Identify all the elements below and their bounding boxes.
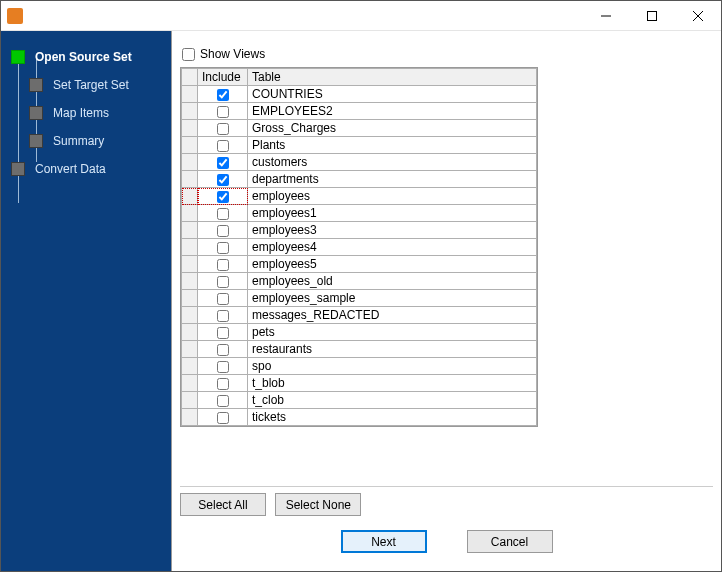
row-gutter[interactable] [182,222,198,239]
include-checkbox[interactable] [217,123,229,135]
include-checkbox[interactable] [217,412,229,424]
table-row[interactable]: messages_REDACTED [182,307,537,324]
include-checkbox[interactable] [217,89,229,101]
include-checkbox[interactable] [217,140,229,152]
table-row[interactable]: spo [182,358,537,375]
table-row[interactable]: customers [182,154,537,171]
table-row[interactable]: COUNTRIES [182,86,537,103]
row-gutter[interactable] [182,103,198,120]
include-checkbox[interactable] [217,276,229,288]
table-name-cell[interactable]: customers [248,154,537,171]
select-all-button[interactable]: Select All [180,493,266,516]
table-name-cell[interactable]: employees4 [248,239,537,256]
col-include[interactable]: Include [198,69,248,86]
table-row[interactable]: tickets [182,409,537,426]
table-name-cell[interactable]: t_blob [248,375,537,392]
include-checkbox[interactable] [217,191,229,203]
table-name-cell[interactable]: EMPLOYEES2 [248,103,537,120]
include-checkbox[interactable] [217,378,229,390]
include-cell[interactable] [198,137,248,154]
select-none-button[interactable]: Select None [275,493,361,516]
row-gutter[interactable] [182,256,198,273]
table-name-cell[interactable]: COUNTRIES [248,86,537,103]
next-button[interactable]: Next [341,530,427,553]
include-checkbox[interactable] [217,327,229,339]
wizard-step[interactable]: Map Items [1,99,171,127]
table-row[interactable]: employees_old [182,273,537,290]
include-cell[interactable] [198,120,248,137]
include-cell[interactable] [198,409,248,426]
table-row[interactable]: employees [182,188,537,205]
include-checkbox[interactable] [217,208,229,220]
include-cell[interactable] [198,392,248,409]
row-gutter[interactable] [182,86,198,103]
row-gutter[interactable] [182,375,198,392]
table-name-cell[interactable]: tickets [248,409,537,426]
maximize-button[interactable] [629,1,675,31]
table-row[interactable]: pets [182,324,537,341]
include-checkbox[interactable] [217,310,229,322]
include-cell[interactable] [198,375,248,392]
include-checkbox[interactable] [217,157,229,169]
show-views-checkbox[interactable]: Show Views [182,47,711,61]
include-checkbox[interactable] [217,174,229,186]
include-cell[interactable] [198,256,248,273]
table-row[interactable]: employees_sample [182,290,537,307]
row-gutter[interactable] [182,307,198,324]
table-name-cell[interactable]: employees1 [248,205,537,222]
show-views-input[interactable] [182,48,195,61]
include-cell[interactable] [198,324,248,341]
include-cell[interactable] [198,358,248,375]
table-row[interactable]: Gross_Charges [182,120,537,137]
include-checkbox[interactable] [217,106,229,118]
table-name-cell[interactable]: employees5 [248,256,537,273]
table-row[interactable]: departments [182,171,537,188]
table-name-cell[interactable]: Plants [248,137,537,154]
table-row[interactable]: employees5 [182,256,537,273]
include-checkbox[interactable] [217,293,229,305]
wizard-step[interactable]: Open Source Set [1,43,171,71]
table-name-cell[interactable]: t_clob [248,392,537,409]
include-checkbox[interactable] [217,225,229,237]
include-cell[interactable] [198,222,248,239]
include-cell[interactable] [198,273,248,290]
row-gutter[interactable] [182,137,198,154]
include-cell[interactable] [198,103,248,120]
row-gutter[interactable] [182,120,198,137]
include-cell[interactable] [198,341,248,358]
include-checkbox[interactable] [217,259,229,271]
include-checkbox[interactable] [217,344,229,356]
include-checkbox[interactable] [217,242,229,254]
row-gutter[interactable] [182,188,198,205]
row-gutter[interactable] [182,324,198,341]
wizard-step[interactable]: Convert Data [1,155,171,183]
include-cell[interactable] [198,171,248,188]
table-row[interactable]: employees3 [182,222,537,239]
table-name-cell[interactable]: Gross_Charges [248,120,537,137]
table-row[interactable]: t_blob [182,375,537,392]
include-cell[interactable] [198,290,248,307]
row-gutter[interactable] [182,205,198,222]
row-gutter[interactable] [182,171,198,188]
table-row[interactable]: Plants [182,137,537,154]
col-table[interactable]: Table [248,69,537,86]
table-name-cell[interactable]: restaurants [248,341,537,358]
table-row[interactable]: restaurants [182,341,537,358]
row-gutter[interactable] [182,341,198,358]
table-name-cell[interactable]: messages_REDACTED [248,307,537,324]
include-cell[interactable] [198,188,248,205]
wizard-step[interactable]: Set Target Set [1,71,171,99]
table-row[interactable]: employees4 [182,239,537,256]
wizard-step[interactable]: Summary [1,127,171,155]
row-gutter[interactable] [182,392,198,409]
table-name-cell[interactable]: employees [248,188,537,205]
table-row[interactable]: employees1 [182,205,537,222]
include-cell[interactable] [198,205,248,222]
include-cell[interactable] [198,86,248,103]
table-name-cell[interactable]: pets [248,324,537,341]
table-row[interactable]: t_clob [182,392,537,409]
include-checkbox[interactable] [217,395,229,407]
include-cell[interactable] [198,307,248,324]
table-name-cell[interactable]: employees_old [248,273,537,290]
table-name-cell[interactable]: spo [248,358,537,375]
